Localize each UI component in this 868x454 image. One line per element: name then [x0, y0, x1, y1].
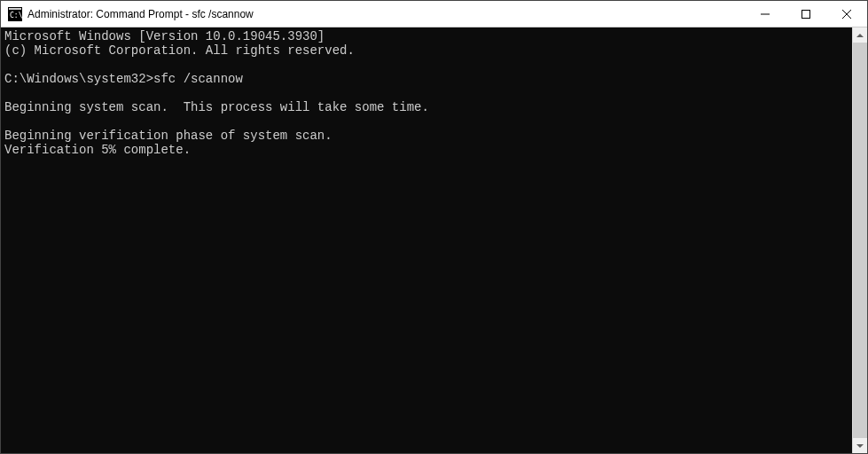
window-body: Microsoft Windows [Version 10.0.19045.39…	[1, 27, 867, 453]
cmd-icon: C:\	[8, 7, 22, 21]
titlebar[interactable]: C:\ Administrator: Command Prompt - sfc …	[1, 1, 867, 27]
output-line: Beginning verification phase of system s…	[4, 129, 332, 143]
prompt-line: C:\Windows\system32>sfc /scannow	[4, 72, 243, 86]
svg-marker-8	[856, 444, 864, 448]
entered-command: sfc /scannow	[153, 72, 243, 86]
svg-text:C:\: C:\	[10, 12, 22, 20]
scroll-up-arrow-icon[interactable]	[853, 27, 867, 43]
scroll-track[interactable]	[853, 43, 867, 438]
output-line: (c) Microsoft Corporation. All rights re…	[4, 43, 355, 58]
svg-marker-7	[856, 34, 864, 37]
window-title: Administrator: Command Prompt - sfc /sca…	[27, 8, 745, 20]
minimize-button[interactable]	[745, 1, 786, 27]
window-controls	[745, 1, 867, 27]
command-prompt-window: C:\ Administrator: Command Prompt - sfc …	[0, 0, 868, 454]
scroll-down-arrow-icon[interactable]	[853, 438, 867, 453]
maximize-button[interactable]	[786, 1, 826, 27]
terminal-output[interactable]: Microsoft Windows [Version 10.0.19045.39…	[1, 27, 852, 453]
vertical-scrollbar[interactable]	[852, 27, 867, 453]
output-line: Verification 5% complete.	[4, 143, 191, 157]
prompt-path: C:\Windows\system32>	[4, 72, 153, 86]
output-line: Microsoft Windows [Version 10.0.19045.39…	[4, 29, 325, 43]
svg-rect-4	[802, 10, 810, 18]
scroll-thumb[interactable]	[853, 43, 867, 438]
close-button[interactable]	[826, 1, 867, 27]
svg-rect-1	[9, 8, 21, 10]
output-line: Beginning system scan. This process will…	[4, 100, 429, 114]
